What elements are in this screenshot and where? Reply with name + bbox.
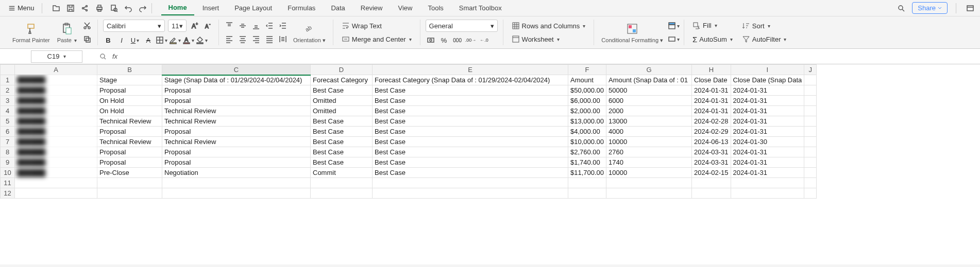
row-header[interactable]: 11 xyxy=(1,178,15,188)
col-header-E[interactable]: E xyxy=(373,65,568,75)
cell[interactable]: $10,000.00 xyxy=(568,137,606,147)
cell[interactable]: Proposal xyxy=(97,147,162,157)
cell[interactable]: $1,740.00 xyxy=(568,157,606,168)
cell[interactable] xyxy=(311,178,373,188)
highlight-icon[interactable]: ▾ xyxy=(170,35,180,45)
save-icon[interactable] xyxy=(65,3,76,14)
cell[interactable]: Technical Review xyxy=(162,106,311,116)
currency-icon[interactable] xyxy=(426,35,436,45)
cell[interactable]: $4,000.00 xyxy=(568,127,606,137)
cell[interactable] xyxy=(97,188,162,199)
font-size-select[interactable]: 11▾ xyxy=(168,20,187,32)
cell[interactable]: On Hold xyxy=(97,106,162,116)
distribute-icon[interactable] xyxy=(278,34,288,44)
cell[interactable]: 2024-06-13 xyxy=(692,137,731,147)
cut-icon[interactable] xyxy=(82,21,92,31)
cell[interactable]: Proposal xyxy=(162,96,311,106)
cell[interactable]: $50,000.00 xyxy=(568,85,606,96)
window-options-icon[interactable] xyxy=(965,3,976,14)
number-format-select[interactable]: General▾ xyxy=(426,20,498,32)
col-header-F[interactable]: F xyxy=(568,65,606,75)
autosum-button[interactable]: Σ AutoSum ▾ xyxy=(689,34,736,45)
spreadsheet-grid[interactable]: ABCDEFGHIJ 1██████StageStage (Snap Data … xyxy=(0,64,980,264)
decrease-decimal-icon[interactable]: ←.0 xyxy=(479,35,489,45)
cell[interactable]: 1740 xyxy=(606,157,692,168)
cell[interactable]: 2024-01-31 xyxy=(731,85,804,96)
cell[interactable]: Proposal xyxy=(162,157,311,168)
share-icon[interactable] xyxy=(79,3,91,14)
cell[interactable]: Technical Review xyxy=(162,116,311,127)
cell[interactable]: Best Case xyxy=(373,137,568,147)
cell[interactable]: 2024-01-31 xyxy=(731,106,804,116)
cell[interactable]: 2024-01-31 xyxy=(731,116,804,127)
cell[interactable] xyxy=(804,127,817,137)
row-header[interactable]: 7 xyxy=(1,137,15,147)
wrap-text-button[interactable]: Wrap Text xyxy=(339,21,415,31)
row-header[interactable]: 1 xyxy=(1,75,15,85)
name-box[interactable]: C19 ▾ xyxy=(31,50,82,63)
cell[interactable]: Pre-Close xyxy=(97,168,162,178)
row-header[interactable]: 8 xyxy=(1,147,15,157)
cell[interactable]: ██████ xyxy=(15,75,97,85)
align-middle-icon[interactable] xyxy=(238,21,248,31)
cell[interactable] xyxy=(804,137,817,147)
align-left-icon[interactable] xyxy=(224,34,234,44)
cell[interactable] xyxy=(692,188,731,199)
decrease-indent-icon[interactable] xyxy=(264,21,275,31)
cell[interactable]: Amount (Snap Data of : 01 xyxy=(606,75,692,85)
cell[interactable]: ██████ xyxy=(15,106,97,116)
cell[interactable] xyxy=(804,75,817,85)
cell[interactable]: Best Case xyxy=(311,116,373,127)
cell[interactable]: Proposal xyxy=(162,85,311,96)
cell[interactable]: Stage (Snap Data of : 01/29/2024-02/04/2… xyxy=(162,75,311,85)
cell[interactable] xyxy=(15,178,97,188)
cell[interactable]: Commit xyxy=(311,168,373,178)
formula-search-icon[interactable] xyxy=(98,51,108,62)
cell[interactable]: Proposal xyxy=(97,85,162,96)
open-icon[interactable] xyxy=(50,3,62,14)
cell[interactable]: Close Date xyxy=(692,75,731,85)
row-header[interactable]: 12 xyxy=(1,188,15,199)
cell[interactable]: Best Case xyxy=(373,147,568,157)
cell[interactable] xyxy=(804,168,817,178)
col-header-D[interactable]: D xyxy=(311,65,373,75)
underline-icon[interactable]: U▾ xyxy=(130,35,140,45)
cell[interactable] xyxy=(606,188,692,199)
row-header[interactable]: 5 xyxy=(1,116,15,127)
cell[interactable]: $13,000.00 xyxy=(568,116,606,127)
print-icon[interactable] xyxy=(94,3,105,14)
tab-formulas[interactable]: Formulas xyxy=(280,1,323,15)
tab-view[interactable]: View xyxy=(391,1,419,15)
fill-color-icon[interactable]: ▾ xyxy=(197,35,207,45)
cell[interactable]: 2024-03-31 xyxy=(692,147,731,157)
cell[interactable]: 2024-01-31 xyxy=(731,147,804,157)
orientation-button[interactable]: ab Orientation ▾ xyxy=(291,21,328,44)
cell[interactable]: Negotiation xyxy=(162,168,311,178)
cell[interactable] xyxy=(606,178,692,188)
cell[interactable]: Technical Review xyxy=(97,116,162,127)
cell[interactable]: Omitted xyxy=(311,106,373,116)
share-button[interactable]: Share xyxy=(912,2,948,14)
cell[interactable]: Forecast Category (Snap Data of : 01/29/… xyxy=(373,75,568,85)
cell[interactable] xyxy=(804,106,817,116)
cell[interactable]: 2000 xyxy=(606,106,692,116)
bold-icon[interactable]: B xyxy=(103,35,113,45)
row-header[interactable]: 4 xyxy=(1,106,15,116)
cell[interactable]: ██████ xyxy=(15,168,97,178)
cell[interactable] xyxy=(731,188,804,199)
increase-decimal-icon[interactable]: .00→ xyxy=(466,35,476,45)
cell[interactable] xyxy=(568,188,606,199)
cell[interactable]: 2024-02-29 xyxy=(692,127,731,137)
cell[interactable]: 2024-02-28 xyxy=(692,116,731,127)
copy-icon[interactable] xyxy=(82,34,92,44)
cell[interactable]: 2024-01-31 xyxy=(731,157,804,168)
cell[interactable]: 4000 xyxy=(606,127,692,137)
col-header-J[interactable]: J xyxy=(804,65,817,75)
cell[interactable] xyxy=(804,116,817,127)
cell[interactable]: Proposal xyxy=(97,127,162,137)
format-table-icon[interactable]: ▾ xyxy=(668,21,679,31)
cell[interactable] xyxy=(804,178,817,188)
cell[interactable] xyxy=(162,178,311,188)
cell[interactable]: Best Case xyxy=(311,157,373,168)
cell[interactable]: Best Case xyxy=(311,137,373,147)
